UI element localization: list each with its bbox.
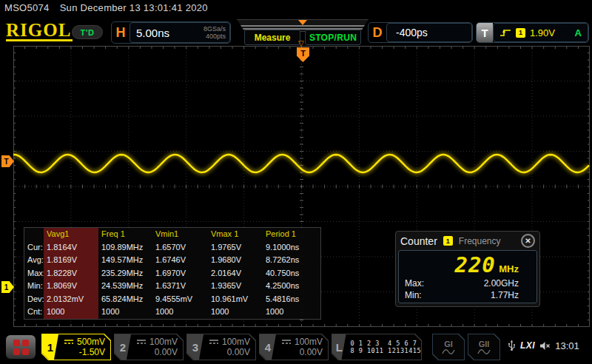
column-header[interactable]: Vmax 1: [208, 228, 263, 241]
trigger-level-marker[interactable]: T: [1, 155, 14, 167]
counter-unit: MHz: [499, 263, 519, 274]
measurement-value: 40.750ns: [263, 267, 322, 280]
counter-min-row: Min: 1.77Hz: [405, 289, 531, 301]
channel1-box[interactable]: 1 500mV -1.50V: [41, 334, 111, 360]
measurement-value: 4.2500ns: [263, 280, 322, 293]
row-label: Dev:: [24, 293, 44, 306]
titlebar: MSO5074Sun December 13 13:01:41 2020: [4, 2, 218, 13]
trigger-mode-auto: A: [575, 27, 582, 38]
generator1-box[interactable]: GI: [432, 334, 465, 360]
oscilloscope-screen: MSO5074Sun December 13 13:01:41 2020 RIG…: [0, 0, 592, 364]
measurement-value: 1.6371V: [152, 280, 208, 293]
counter-max-row: Max: 2.00GHz: [405, 277, 531, 289]
measurement-value: 1000: [263, 306, 322, 319]
status-icons: LXI 13:01: [508, 337, 588, 354]
dc-coupling-icon: [64, 339, 74, 345]
counter-min-value: 1.77Hz: [491, 289, 519, 301]
trigger-box[interactable]: T 1 1.90V A: [476, 22, 589, 43]
counter-min-label: Min:: [405, 289, 422, 301]
column-header[interactable]: Vmin1: [152, 228, 208, 241]
channel4-scale: 100mV: [295, 337, 323, 347]
measurement-value: 1.8164V: [44, 241, 98, 255]
channel1-scale: 500mV: [77, 337, 105, 347]
measurement-value: 1.6570V: [152, 241, 208, 255]
measurement-value: 10.961mV: [208, 293, 263, 306]
dc-coupling-icon: [281, 339, 292, 345]
channel2-offset: 0.00V: [155, 347, 178, 357]
trigger-level-value: 1.90V: [530, 27, 555, 38]
delay-value: -400ps: [387, 27, 428, 38]
dc-coupling-icon: [136, 339, 147, 345]
channel2-scale: 100mV: [149, 337, 178, 347]
measure-button[interactable]: Measure: [244, 30, 300, 45]
speaker-muted-icon[interactable]: [539, 341, 551, 351]
channel3-box[interactable]: 3 100mV 0.00V: [186, 334, 256, 360]
row-label: Avg:: [24, 254, 44, 267]
logic-channels-box[interactable]: L 0 1 2 3 4 5 6 7 8 9 1011 12131415: [332, 334, 422, 360]
measurement-value: 1.9765V: [208, 241, 263, 255]
row-label: Cur:: [24, 241, 44, 255]
counter-header[interactable]: Counter 1 Frequency ✕: [396, 232, 539, 250]
generator2-box[interactable]: GII: [468, 334, 500, 360]
row-label: Cnt:: [24, 306, 44, 319]
column-header[interactable]: Vavg1: [44, 228, 98, 241]
measurement-value: 109.89MHz: [98, 241, 152, 255]
channel2-box[interactable]: 2 100mV 0.00V: [114, 334, 184, 360]
measurement-value: 2.0164V: [208, 267, 263, 280]
menu-button[interactable]: [6, 335, 36, 359]
channel2-number: 2: [115, 334, 131, 360]
logic-label: L: [332, 334, 346, 360]
measurement-value: 1000: [152, 306, 208, 319]
preview-trigger-marker-icon: [298, 20, 307, 25]
counter-max-label: Max:: [405, 277, 424, 289]
trigger-label: T: [477, 23, 493, 42]
measurement-value: 2.0132mV: [44, 293, 98, 306]
channel1-position-marker[interactable]: 1: [1, 281, 14, 293]
measurement-value: 149.57MHz: [98, 254, 152, 267]
channel3-scale: 100mV: [222, 337, 250, 347]
close-icon[interactable]: ✕: [521, 234, 535, 248]
counter-title: Counter: [400, 235, 437, 247]
counter-value: 220: [454, 252, 495, 277]
trigger-source-badge: 1: [516, 28, 525, 38]
horizontal-label: H: [112, 25, 130, 41]
column-header[interactable]: Freq 1: [98, 228, 152, 241]
measurement-value: 24.539MHz: [98, 280, 152, 293]
table-corner: [24, 228, 44, 241]
memory-depth: 400pts: [204, 33, 226, 40]
measurement-value: 9.1000ns: [263, 241, 322, 255]
grid-menu-icon: [13, 340, 29, 355]
channel3-offset: 0.00V: [227, 347, 250, 357]
timebase-value: 5.00ns: [130, 27, 204, 39]
sine-icon: [442, 348, 455, 355]
measurement-value: 65.824MHz: [98, 293, 152, 306]
measurement-value: 1000: [44, 306, 98, 319]
counter-channel-badge: 1: [443, 236, 453, 246]
measurement-value: 1.9365V: [208, 280, 263, 293]
horizontal-timebase-box[interactable]: H 5.00ns 8GSa/s 400pts: [111, 21, 231, 44]
sine-icon: [477, 348, 491, 355]
delay-label: D: [369, 25, 386, 41]
counter-reading: 220 MHz: [405, 252, 531, 277]
datetime: Sun December 13 13:01:41 2020: [60, 2, 208, 13]
column-header[interactable]: Period 1: [263, 228, 322, 241]
channel1-number: 1: [42, 334, 58, 360]
usb-icon: [508, 340, 516, 351]
measurement-value: 1000: [208, 306, 263, 319]
measurement-value: 9.4555mV: [152, 293, 208, 306]
measurement-value: 1.8228V: [44, 267, 98, 280]
channel3-number: 3: [187, 334, 204, 360]
generator2-label: GII: [479, 340, 490, 348]
rigol-logo: RIGOL: [6, 21, 73, 41]
channel4-box[interactable]: 4 100mV 0.00V: [259, 334, 329, 360]
stop-run-button[interactable]: STOP/RUN: [305, 30, 361, 45]
measurement-value: 1000: [98, 306, 152, 319]
rising-edge-icon: [500, 28, 511, 37]
dc-coupling-icon: [209, 339, 219, 345]
measurement-value: 1.9680V: [208, 254, 263, 267]
counter-panel: Counter 1 Frequency ✕ 220 MHz Max: 2.00G…: [395, 231, 540, 307]
trigger-status-badge: T'D: [72, 25, 103, 39]
delay-box[interactable]: D -400ps: [368, 22, 473, 43]
channel4-offset: 0.00V: [300, 347, 323, 357]
measurement-value: 1.8069V: [44, 280, 98, 293]
